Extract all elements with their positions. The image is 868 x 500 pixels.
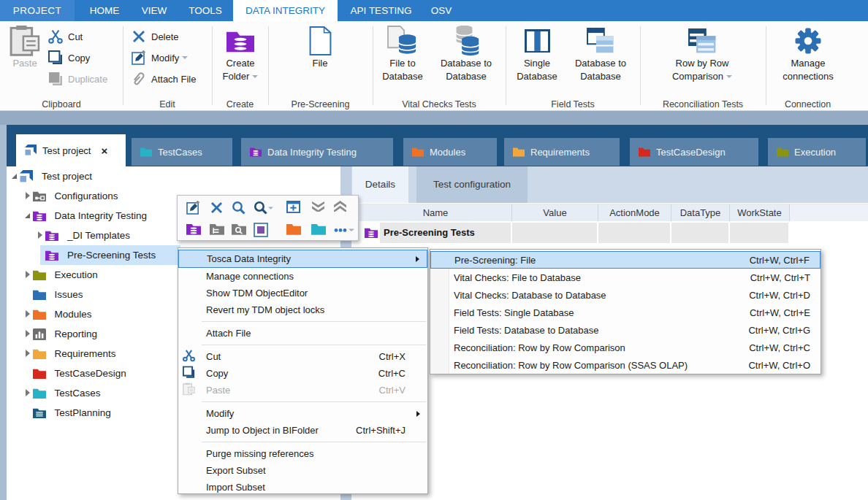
toolbar-search-drop-icon[interactable] bbox=[254, 201, 273, 215]
submenu-item-2[interactable]: Vital Checks: File to DatabaseCtrl+W, Ct… bbox=[430, 269, 821, 286]
ribbon-group-separator bbox=[506, 26, 506, 105]
toolbar-dots-more-icon[interactable] bbox=[333, 223, 355, 237]
tree-expander-expanded-icon[interactable] bbox=[12, 174, 17, 179]
menu-item-jump-to-object-in-bifolder[interactable]: Jump to Object in BIFolderCtrl+Shift+J bbox=[178, 422, 427, 439]
ribbon-button-modify[interactable]: Modify bbox=[132, 48, 188, 67]
menu-item-purge-missing-references[interactable]: Purge missing references bbox=[178, 445, 427, 462]
details-tab-test-configuration[interactable]: Test configuration bbox=[416, 166, 528, 203]
document-tab-label: TestCaseDesign bbox=[656, 147, 726, 158]
menu-cut-icon bbox=[183, 349, 195, 361]
ribbon-button-attach-file[interactable]: Attach File bbox=[132, 69, 196, 88]
grid-column-header-actionmode[interactable]: ActionMode bbox=[598, 204, 671, 221]
menu-tab-api-testing[interactable]: API TESTING bbox=[342, 0, 420, 21]
menu-tab-tools[interactable]: TOOLS bbox=[181, 0, 229, 21]
toolbar-delete-x-icon[interactable] bbox=[210, 201, 224, 215]
grid-column-header-workstate[interactable]: WorkState bbox=[730, 204, 790, 221]
document-tab-testcasedesign[interactable]: TestCaseDesign bbox=[630, 138, 758, 166]
document-tab-data-integrity-testing[interactable]: Data Integrity Testing bbox=[241, 138, 393, 166]
left-frame-strip bbox=[0, 125, 7, 500]
toolbar-square-purple-icon[interactable] bbox=[254, 223, 268, 237]
ribbon-button-copy[interactable]: Copy bbox=[48, 48, 90, 67]
details-tab-details[interactable]: Details bbox=[352, 166, 408, 203]
menu-item-cut[interactable]: CutCtrl+X bbox=[178, 348, 427, 365]
menu-item-import-subset[interactable]: Import Subset bbox=[178, 479, 427, 496]
menu-tab-view[interactable]: VIEW bbox=[133, 0, 175, 21]
toolbar-folder-tree-icon[interactable] bbox=[210, 223, 224, 235]
tosca-project-icon bbox=[25, 145, 37, 156]
toolbar-folder-teal-icon[interactable] bbox=[311, 223, 326, 235]
submenu-item-6[interactable]: Reconciliation: Row by Row ComparisonCtr… bbox=[430, 339, 821, 356]
menu-tab-data-integrity[interactable]: DATA INTEGRITY bbox=[233, 0, 338, 21]
toolbar-search-icon[interactable] bbox=[232, 201, 245, 215]
menu-item-manage-connections[interactable]: Manage connections bbox=[178, 268, 427, 285]
document-tab-requirements[interactable]: Requirements bbox=[504, 138, 620, 166]
toolbar-folder-orange-icon[interactable] bbox=[286, 223, 301, 235]
toolbar-folder-search-icon[interactable] bbox=[232, 223, 246, 235]
ribbon-button-label: Delete bbox=[151, 31, 179, 42]
submenu-item-5[interactable]: Field Tests: Database to DatabaseCtrl+W,… bbox=[430, 321, 821, 339]
tree-expander-collapsed-icon[interactable] bbox=[26, 310, 30, 318]
menu-item-label: Attach File bbox=[206, 328, 251, 339]
ribbon-button-file-to-database[interactable]: File toDatabase bbox=[373, 25, 432, 82]
menu-tab-project[interactable]: PROJECT bbox=[0, 0, 75, 21]
ribbon-button-manage-connections[interactable]: Manageconnections bbox=[773, 25, 843, 82]
submenu-item-3[interactable]: Vital Checks: Database to DatabaseCtrl+W… bbox=[430, 286, 821, 304]
menu-tab-home[interactable]: HOME bbox=[82, 0, 127, 21]
tree-expander-collapsed-icon[interactable] bbox=[26, 389, 30, 396]
tree-folder-config-icon bbox=[33, 191, 46, 201]
ribbon-button-create-folder[interactable]: CreateFolder bbox=[217, 25, 264, 82]
menu-tab-osv[interactable]: OSV bbox=[424, 0, 459, 21]
close-tab-icon[interactable]: × bbox=[101, 145, 107, 157]
grid-column-header-value[interactable]: Value bbox=[512, 204, 598, 221]
ribbon-group-separator bbox=[766, 26, 766, 105]
toolbar-modify-icon[interactable] bbox=[186, 201, 200, 215]
ribbon-button-label: Cut bbox=[68, 31, 83, 42]
toolbar-chevrons-down-icon[interactable] bbox=[311, 201, 325, 212]
tree-folder-icon bbox=[33, 388, 46, 399]
grid-column-header-datatype[interactable]: DataType bbox=[671, 204, 730, 221]
tree-item-label: Configurations bbox=[55, 186, 118, 206]
submenu-item-1[interactable]: Pre-Screening: FileCtrl+W, Ctrl+F bbox=[430, 251, 821, 269]
grid-row[interactable]: Pre-Screening Tests bbox=[359, 223, 868, 243]
ribbon-button-row-by-row-comparison[interactable]: Row by RowComparison bbox=[662, 25, 742, 82]
tree-expander-collapsed-icon[interactable] bbox=[26, 350, 30, 357]
document-tab-testcases[interactable]: TestCases bbox=[132, 138, 232, 166]
document-tab-test-project[interactable]: Test project× bbox=[16, 134, 126, 166]
menu-item-revert-my-tdm-object-locks[interactable]: Revert my TDM object locks bbox=[178, 301, 427, 318]
toolbar-chevrons-up-icon[interactable] bbox=[333, 201, 347, 212]
context-menu: Tosca Data IntegrityManage connectionsSh… bbox=[178, 247, 428, 494]
ribbon-button-label2-text: Database bbox=[517, 71, 557, 82]
tree-item-test-project[interactable]: Test project bbox=[7, 166, 340, 186]
ribbon-button-database-to-database[interactable]: Database toDatabase bbox=[568, 25, 633, 82]
tree-expander-collapsed-icon[interactable] bbox=[26, 330, 30, 337]
ribbon-button-cut[interactable]: Cut bbox=[48, 27, 83, 46]
document-tab-modules[interactable]: Modules bbox=[403, 138, 497, 166]
ribbon-button-delete[interactable]: Delete bbox=[132, 27, 179, 46]
menu-item-show-tdm-objecteditor[interactable]: Show TDM ObjectEditor bbox=[178, 285, 427, 301]
ribbon-button-duplicate[interactable]: Duplicate bbox=[48, 69, 107, 88]
toolbar-folder-db-purple-icon[interactable] bbox=[186, 223, 201, 235]
ribbon-button-file[interactable]: File bbox=[298, 25, 342, 70]
tree-expander-collapsed-icon[interactable] bbox=[26, 271, 30, 278]
submenu-item-4[interactable]: Field Tests: Single DatabaseCtrl+W, Ctrl… bbox=[430, 304, 821, 321]
menu-item-tosca-data-integrity[interactable]: Tosca Data Integrity bbox=[178, 250, 427, 268]
toolbar-expand-box-icon[interactable] bbox=[286, 201, 300, 213]
tree-expander-collapsed-icon[interactable] bbox=[26, 192, 30, 199]
document-tab-execution[interactable]: Execution bbox=[768, 138, 866, 166]
ribbon-button-paste[interactable]: Paste bbox=[6, 25, 44, 70]
tree-expander-collapsed-icon[interactable] bbox=[38, 231, 42, 239]
menu-item-modify[interactable]: Modify bbox=[178, 405, 427, 422]
menu-item-copy[interactable]: CopyCtrl+C bbox=[178, 365, 427, 382]
submenu-item-label: Reconciliation: Row by Row Comparison bbox=[454, 342, 625, 353]
menu-item-attach-file[interactable]: Attach File bbox=[178, 325, 427, 342]
ribbon-button-database-to-database[interactable]: Database toDatabase bbox=[433, 25, 499, 82]
ribbon-group-label: Field Tests bbox=[506, 98, 640, 111]
submenu-item-7[interactable]: Reconciliation: Row by Row Comparison (S… bbox=[430, 356, 821, 374]
tree-expander-expanded-icon[interactable] bbox=[25, 213, 30, 218]
ribbon-button-single-database[interactable]: SingleDatabase bbox=[508, 25, 566, 82]
submenu-arrow-icon bbox=[416, 411, 420, 417]
tree-item-label: TestCases bbox=[55, 383, 101, 403]
grid-column-header-name[interactable]: Name bbox=[359, 204, 512, 221]
menu-item-paste[interactable]: PasteCtrl+V bbox=[178, 382, 427, 399]
menu-item-export-subset[interactable]: Export Subset bbox=[178, 462, 427, 479]
